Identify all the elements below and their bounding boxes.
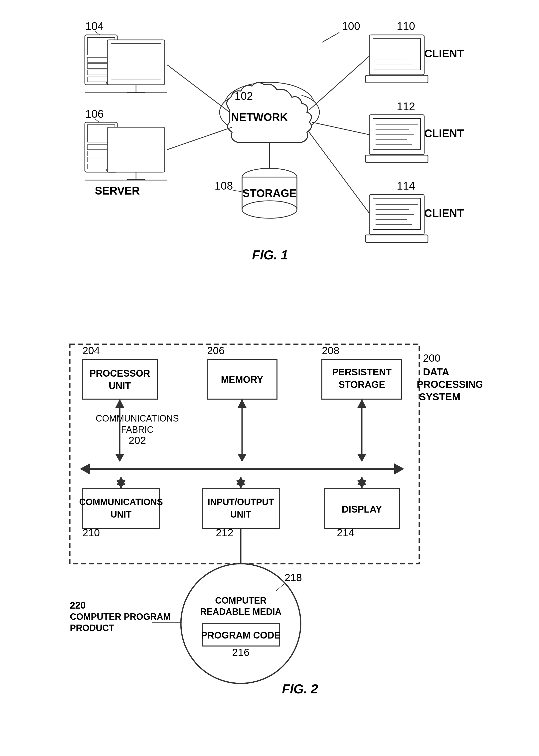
svg-text:PROCESSOR: PROCESSOR [90,368,150,378]
svg-rect-24 [111,131,161,167]
svg-text:100: 100 [342,20,360,32]
svg-text:220: 220 [70,600,86,611]
svg-text:PRODUCT: PRODUCT [70,623,114,633]
svg-text:COMPUTER: COMPUTER [215,595,267,606]
svg-text:114: 114 [397,179,415,192]
svg-text:PERSISTENT: PERSISTENT [332,367,392,378]
svg-text:108: 108 [215,179,233,192]
fig1-svg: 100 104 [70,15,469,314]
svg-line-79 [167,65,230,112]
svg-text:INPUT/OUTPUT: INPUT/OUTPUT [208,497,274,507]
svg-text:202: 202 [128,435,146,446]
svg-text:112: 112 [397,100,415,112]
svg-line-80 [167,127,232,150]
svg-text:FIG. 2: FIG. 2 [282,682,318,696]
svg-text:READABLE MEDIA: READABLE MEDIA [200,607,281,617]
svg-text:218: 218 [284,572,302,584]
svg-text:NETWORK: NETWORK [231,111,288,123]
svg-line-83 [312,122,369,135]
svg-text:COMPUTER PROGRAM: COMPUTER PROGRAM [70,612,171,622]
svg-line-82 [309,56,369,110]
svg-rect-121 [202,489,279,529]
svg-text:UNIT: UNIT [230,509,251,519]
svg-text:106: 106 [85,108,104,120]
svg-text:STORAGE: STORAGE [339,379,385,390]
svg-line-84 [308,131,369,213]
svg-text:UNIT: UNIT [109,380,131,391]
svg-rect-10 [111,44,161,80]
svg-rect-91 [82,359,157,399]
svg-rect-70 [373,198,421,230]
svg-rect-60 [373,118,421,150]
svg-text:DISPLAY: DISPLAY [342,504,382,515]
fig1-diagram: 100 104 [70,15,469,314]
svg-text:110: 110 [397,20,415,32]
svg-text:104: 104 [85,20,104,32]
svg-text:204: 204 [82,345,100,356]
fig2-svg: 200 DATA PROCESSING SYSTEM PROCESSOR UNI… [57,329,482,703]
svg-text:MEMORY: MEMORY [221,375,263,385]
svg-text:CLIENT: CLIENT [424,207,464,219]
svg-rect-71 [365,235,428,242]
svg-text:214: 214 [337,527,354,538]
svg-rect-117 [82,489,160,529]
svg-text:CLIENT: CLIENT [424,47,464,60]
svg-rect-51 [365,75,428,83]
svg-text:FIG. 1: FIG. 1 [252,248,288,262]
svg-text:STORAGE: STORAGE [243,187,297,199]
svg-text:COMMUNICATIONS: COMMUNICATIONS [96,413,179,424]
svg-text:SERVER: SERVER [95,184,140,197]
svg-line-1 [322,33,340,42]
svg-text:DATA: DATA [423,367,449,378]
svg-text:PROCESSING: PROCESSING [417,379,482,390]
svg-text:200: 200 [423,352,440,364]
fig2-diagram: 200 DATA PROCESSING SYSTEM PROCESSOR UNI… [57,329,482,703]
svg-text:COMMUNICATIONS: COMMUNICATIONS [79,497,163,507]
svg-text:UNIT: UNIT [111,509,131,519]
svg-text:CLIENT: CLIENT [424,127,464,139]
svg-text:102: 102 [235,90,253,102]
svg-rect-98 [322,359,402,399]
svg-rect-50 [373,39,421,70]
svg-text:206: 206 [207,345,225,356]
page: 100 104 [0,0,539,756]
svg-text:212: 212 [216,527,233,538]
svg-point-43 [242,201,297,218]
svg-text:FABRIC: FABRIC [121,425,153,435]
svg-text:216: 216 [232,647,250,658]
svg-text:PROGRAM CODE: PROGRAM CODE [201,630,281,641]
svg-rect-61 [365,155,428,163]
svg-text:SYSTEM: SYSTEM [419,391,460,402]
svg-text:208: 208 [322,345,340,356]
svg-text:210: 210 [82,527,100,538]
